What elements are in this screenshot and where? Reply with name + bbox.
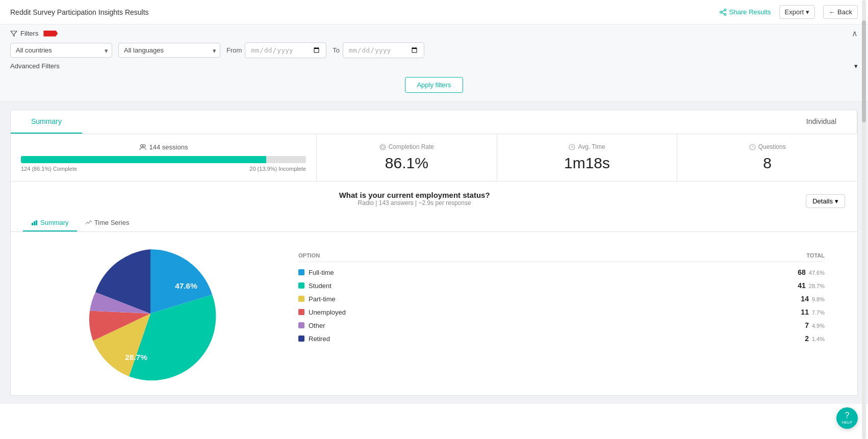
legend-item-left: Retired [298,335,330,343]
legend-item-count: 14 [801,295,809,303]
legend-row: Student 41 28.7% [298,281,825,290]
legend-color-dot [298,269,304,275]
legend-row: Other 7 4.9% [298,321,825,329]
help-icon: ? [845,411,850,420]
main-content: Summary Individual 144 sessions [0,101,868,404]
avg-time-value: 1m18s [564,154,610,172]
svg-point-1 [720,11,722,13]
completion-rate-value: 86.1% [385,154,428,172]
apply-filters-button[interactable]: Apply filters [405,77,463,93]
question-section: What is your current employment status? … [10,182,858,396]
advanced-chevron-icon: ▾ [854,62,858,70]
legend-total-header: TOTAL [806,252,825,259]
legend-item-total: 41 28.7% [798,281,825,290]
avg-time-label: Avg. Time [569,143,605,150]
date-to-input[interactable] [343,42,424,58]
legend-item-pct: 7.7% [812,309,825,316]
filters-collapse-button[interactable]: ∧ [852,29,858,38]
language-filter[interactable]: All languages [118,43,220,58]
tab-right: Individual [82,110,857,134]
help-button[interactable]: ? HELP [836,407,858,429]
details-button[interactable]: Details ▾ [806,194,845,208]
question-header: What is your current employment status? … [11,182,857,215]
legend-item-left: Part-time [298,295,336,303]
legend-item-total: 2 1.4% [805,334,825,343]
scrollbar-thumb[interactable] [862,20,866,122]
legend-item-pct: 1.4% [812,336,825,342]
legend-item-count: 11 [801,308,809,316]
back-button[interactable]: ← Back [823,5,858,19]
legend-item-count: 2 [805,334,809,343]
legend-item-pct: 28.7% [809,283,825,289]
arrow-left-icon: ← [829,8,835,16]
filters-row: All countries All languages From To [10,42,858,58]
legend-item-left: Student [298,282,331,290]
legend-color-dot [298,296,304,302]
svg-point-7 [380,144,386,150]
share-results-button[interactable]: Share Results [720,8,771,16]
legend-item-total: 11 7.7% [801,308,825,316]
scrollbar[interactable] [862,0,866,439]
filters-bar: Filters ∧ All countries All languages Fr… [0,24,868,101]
svg-rect-15 [34,221,35,225]
incomplete-label: 20 (13.9%) Incomplete [249,166,306,172]
sessions-progress-fill [21,156,266,163]
completion-rate-label: Completion Rate [379,143,434,150]
svg-rect-16 [36,220,37,225]
complete-label: 124 (86.1%) Complete [21,166,77,172]
tab-individual[interactable]: Individual [786,110,857,134]
tab-summary[interactable]: Summary [11,110,82,134]
legend-item-name: Unemployed [309,308,346,316]
legend-item-pct: 4.9% [812,323,825,329]
legend-item-count: 7 [805,321,809,329]
legend-color-dot [298,309,304,315]
pie-chart: 47.6% 28.7% [79,242,222,385]
svg-text:47.6%: 47.6% [175,281,197,290]
sessions-icon [139,144,146,151]
line-chart-icon [85,219,92,226]
legend-item-name: Other [309,322,325,329]
legend-item-left: Full-time [298,269,334,276]
sessions-panel: 144 sessions 124 (86.1%) Complete 20 (13… [11,134,317,181]
language-filter-wrap: All languages [118,43,220,58]
legend-item-left: Other [298,322,325,329]
legend-item-count: 41 [798,281,806,290]
legend-item-pct: 9.8% [812,296,825,302]
q-tab-summary[interactable]: Summary [23,215,77,231]
legend-color-dot [298,322,304,328]
legend-item-pct: 47.6% [809,270,825,276]
main-tabs: Summary Individual [10,110,858,134]
question-meta: Radio | 143 answers | ~2.9s per response [339,199,490,212]
legend-row: Full-time 68 47.6% [298,268,825,276]
q-tab-time-series[interactable]: Time Series [77,215,138,231]
legend-color-dot [298,282,304,289]
filter-icon [10,30,17,37]
legend-item-left: Unemployed [298,308,346,316]
avg-time-card: Avg. Time 1m18s [497,134,678,181]
country-filter[interactable]: All countries [10,43,112,58]
questions-label: ? Questions [749,143,786,150]
questions-value: 8 [763,154,772,172]
legend-item-total: 68 47.6% [798,268,825,276]
questions-icon: ? [749,144,756,150]
export-button[interactable]: Export ▾ [779,5,815,19]
legend-color-dot [298,335,304,342]
country-filter-wrap: All countries [10,43,112,58]
completion-icon [379,144,386,150]
legend-item-name: Student [309,282,331,290]
apply-filters-row: Apply filters [10,77,858,93]
legend-header: OPTION TOTAL [298,252,825,262]
svg-text:28.7%: 28.7% [125,353,147,361]
page-header: Reddit Survey Participation Insights Res… [0,0,868,24]
progress-labels: 124 (86.1%) Complete 20 (13.9%) Incomple… [21,166,306,172]
completion-rate-card: Completion Rate 86.1% [317,134,497,181]
date-from-group: From [226,42,326,58]
advanced-filters-toggle[interactable]: Advanced Filters [10,62,60,70]
filter-arrow-indicator [43,31,58,37]
svg-point-8 [381,145,384,148]
legend-row: Part-time 14 9.8% [298,295,825,303]
stats-section: 144 sessions 124 (86.1%) Complete 20 (13… [10,134,858,182]
svg-point-2 [724,13,726,15]
svg-line-4 [722,12,724,14]
date-from-input[interactable] [245,42,326,58]
